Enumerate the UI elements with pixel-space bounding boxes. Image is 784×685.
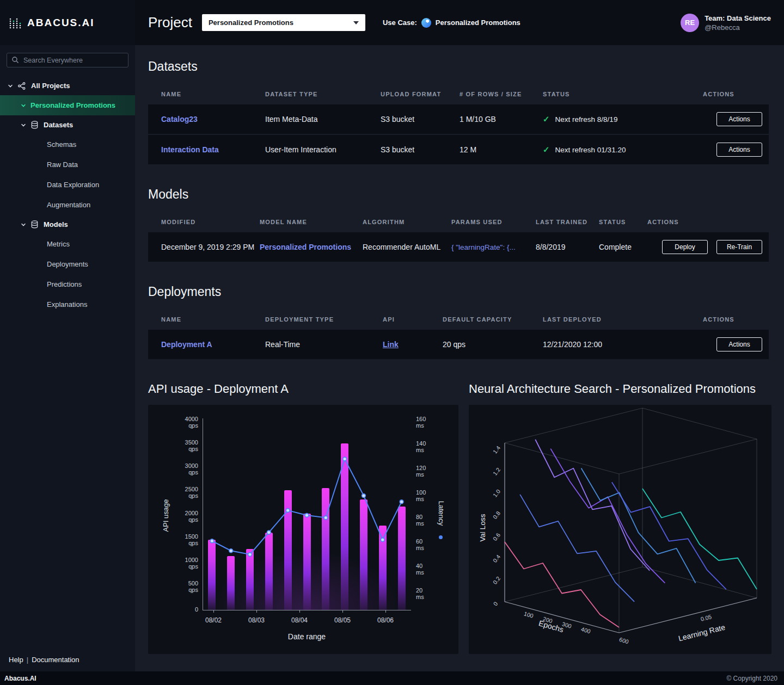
models-table: MODIFIED MODEL NAME ALGORITHM PARAMS USE… (148, 212, 769, 262)
x-axis-line (203, 610, 411, 610)
col-api: API (383, 316, 443, 323)
right-axis-label: Latency (437, 484, 445, 544)
model-algorithm: Recommender AutoML (363, 243, 451, 251)
chevron-down-icon (8, 83, 13, 89)
sidebar-item-deployments[interactable]: Deployments (0, 254, 135, 274)
sidebar-item-raw-data[interactable]: Raw Data (0, 155, 135, 175)
api-usage-bar (303, 514, 311, 610)
divider: | (27, 656, 28, 664)
dataset-type: User-Item Interaction (265, 145, 381, 154)
sidebar-sub-label: Explanations (47, 300, 87, 308)
sidebar-item-data-exploration[interactable]: Data Exploration (0, 175, 135, 195)
api-usage-bar (227, 556, 235, 610)
sidebar-item-explanations[interactable]: Explanations (0, 294, 135, 314)
dataset-name-link[interactable]: Interaction Data (161, 145, 219, 154)
api-usage-bar (398, 507, 406, 610)
col-default-capacity: DEFAULT CAPACITY (443, 316, 543, 323)
actions-button[interactable]: Actions (716, 112, 762, 126)
col-actions: ACTIONS (703, 91, 769, 97)
sidebar-sub-label: Data Exploration (47, 181, 99, 189)
project-dropdown[interactable]: Personalized Promotions (202, 14, 365, 31)
api-usage-bar (265, 533, 273, 610)
deploy-button[interactable]: Deploy (662, 240, 708, 254)
brand-logo[interactable]: ABACUS.AI (0, 0, 135, 45)
left-axis-tick: 0 (169, 606, 198, 613)
svg-text:100: 100 (523, 610, 534, 619)
selected-project-label: Personalized Promotions (30, 101, 115, 109)
x-tick-mark (213, 610, 214, 613)
sidebar-sub-label: Metrics (47, 240, 70, 248)
search-icon (11, 56, 19, 66)
deployments-table-header: NAME DEPLOYMENT TYPE API DEFAULT CAPACIT… (148, 309, 769, 330)
rows-size: 1 M/10 GB (460, 115, 543, 124)
deployments-table: NAME DEPLOYMENT TYPE API DEFAULT CAPACIT… (148, 309, 769, 359)
latency-legend-dot (439, 535, 443, 539)
col-model-name: MODEL NAME (260, 219, 363, 225)
api-link[interactable]: Link (383, 340, 399, 349)
sidebar-sub-label: Predictions (47, 280, 82, 288)
nas-chart-title: Neural Architecture Search - Personalize… (469, 382, 771, 396)
last-deployed: 12/21/2020 12:00 (543, 340, 703, 349)
table-row: December 9, 2019 2:29 PM Personalized Pr… (148, 232, 769, 262)
actions-button[interactable]: Actions (716, 337, 762, 351)
svg-text:0.8: 0.8 (492, 510, 502, 520)
documentation-link[interactable]: Documentation (32, 656, 79, 664)
search-input[interactable] (7, 53, 128, 67)
svg-text:1.4: 1.4 (492, 445, 502, 455)
right-axis-tick: 140ms (416, 440, 438, 453)
sidebar-item-selected-project[interactable]: Personalized Promotions (0, 95, 135, 115)
sidebar-item-metrics[interactable]: Metrics (0, 234, 135, 254)
right-axis-tick: 60ms (416, 538, 438, 551)
database-icon (30, 121, 39, 129)
x-tick-mark (299, 610, 300, 613)
col-upload-format: UPLOAD FORMAT (381, 91, 460, 97)
api-usage-chart-block: API usage - Deployment A API usage Laten… (148, 382, 458, 654)
sidebar-item-predictions[interactable]: Predictions (0, 274, 135, 294)
sidebar-item-all-projects[interactable]: All Projects (0, 76, 135, 95)
nas-3d-chart: 0.20.40.60.81.01.21.40100200300400600Epo… (469, 405, 771, 654)
svg-text:400: 400 (580, 626, 591, 634)
model-params-link[interactable]: { "learningRate": {... (451, 243, 536, 251)
actions-button[interactable]: Actions (716, 143, 762, 157)
status-text: Next refresh 8/8/19 (555, 115, 618, 124)
help-link[interactable]: Help (9, 656, 23, 664)
sidebar: All Projects Personalized Promotions Dat… (0, 45, 135, 671)
col-status: STATUS (543, 91, 703, 97)
right-axis-tick: 120ms (416, 465, 438, 478)
deployment-name-link[interactable]: Deployment A (161, 340, 212, 349)
api-usage-bar (246, 549, 254, 610)
footer-copyright: © Copyright 2020 (726, 675, 777, 682)
col-rows-size: # OF ROWS / SIZE (460, 91, 543, 97)
avatar[interactable]: RE (681, 14, 699, 32)
dataset-name-link[interactable]: Catalog23 (161, 115, 198, 124)
rows-size: 12 M (460, 145, 543, 154)
sidebar-item-models[interactable]: Models (0, 215, 135, 234)
left-axis-tick: 2000qps (169, 510, 198, 523)
sidebar-item-augmentation[interactable]: Augmentation (0, 195, 135, 215)
date-label: 08/04 (283, 616, 316, 624)
brand-name: ABACUS.AI (27, 17, 95, 29)
right-axis-tick: 80ms (416, 514, 438, 527)
left-axis-tick: 3500qps (169, 439, 198, 452)
datasets-title: Datasets (148, 59, 769, 74)
api-usage-bar (322, 488, 329, 610)
date-label: 08/05 (326, 616, 359, 624)
col-deployment-type: DEPLOYMENT TYPE (265, 316, 383, 323)
datasets-group-label: Datasets (44, 121, 73, 129)
retrain-button[interactable]: Re-Train (716, 240, 762, 254)
sidebar-sub-label: Schemas (47, 140, 76, 149)
sidebar-item-schemas[interactable]: Schemas (0, 134, 135, 155)
search-wrap (7, 53, 128, 67)
left-axis-tick: 4000qps (169, 416, 198, 429)
col-last-trained: LAST TRAINED (536, 219, 599, 225)
table-row: Deployment A Real-Time Link 20 qps 12/21… (148, 330, 769, 359)
table-row: Catalog23 Item Meta-Data S3 bucket 1 M/1… (148, 104, 769, 134)
svg-text:Val Loss: Val Loss (479, 514, 487, 541)
upload-format: S3 bucket (381, 115, 460, 124)
sidebar-item-datasets[interactable]: Datasets (0, 115, 135, 134)
charts-row: API usage - Deployment A API usage Laten… (148, 382, 769, 654)
svg-text:0.05: 0.05 (700, 613, 713, 622)
model-name-link[interactable]: Personalized Promotions (260, 243, 351, 251)
sidebar-sub-label: Augmentation (47, 201, 90, 209)
chevron-down-icon (21, 222, 26, 227)
